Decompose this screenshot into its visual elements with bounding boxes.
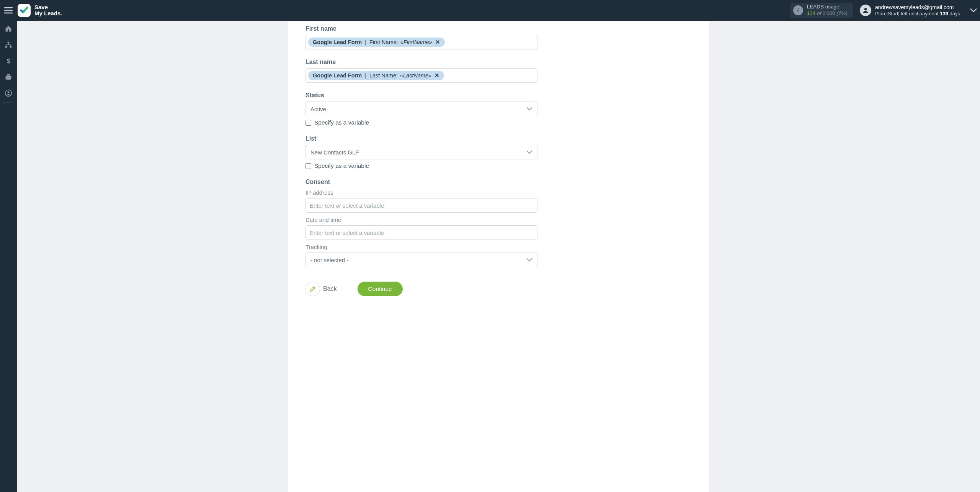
- label-list: List: [305, 135, 537, 142]
- leads-used: 134: [807, 10, 816, 16]
- leads-total: 2'000: [823, 10, 835, 16]
- svg-rect-8: [6, 76, 11, 80]
- leads-usage-box[interactable]: i LEADS usage: 134 of 2'000 (7%): [790, 3, 853, 18]
- sidebar-item-account[interactable]: [0, 85, 17, 101]
- brand-line2: My Leads.: [34, 10, 62, 16]
- token-first-name[interactable]: Google Lead Form | First Name: «FirstNam…: [308, 38, 445, 47]
- checkbox-status-variable[interactable]: [305, 120, 311, 126]
- input-first-name[interactable]: Google Lead Form | First Name: «FirstNam…: [305, 35, 537, 49]
- svg-rect-6: [10, 46, 11, 48]
- form-card: First name Google Lead Form | First Name…: [288, 21, 709, 492]
- leads-usage-title: LEADS usage:: [807, 4, 848, 10]
- user-plan: Plan |Start| left until payment 139 days: [875, 11, 960, 17]
- select-status[interactable]: Active: [305, 102, 537, 116]
- sidebar-item-home[interactable]: [0, 21, 17, 37]
- leads-of-word: of: [817, 10, 821, 16]
- label-status: Status: [305, 92, 537, 99]
- sitemap-icon: [5, 41, 12, 49]
- token-label: Last Name:: [369, 72, 398, 79]
- input-date-time-field[interactable]: [310, 230, 533, 236]
- label-tracking: Tracking: [305, 244, 537, 250]
- hamburger-menu-button[interactable]: [0, 0, 17, 21]
- input-ip-address[interactable]: [305, 198, 537, 213]
- checkbox-list-variable[interactable]: [305, 163, 311, 169]
- brand-text: Save My Leads.: [34, 4, 62, 16]
- label-last-name: Last name: [305, 59, 537, 66]
- token-remove-button[interactable]: ✕: [434, 72, 440, 79]
- svg-rect-9: [7, 74, 10, 75]
- svg-rect-1: [4, 10, 13, 11]
- token-remove-button[interactable]: ✕: [434, 39, 441, 45]
- user-menu-caret[interactable]: [967, 0, 980, 21]
- chevron-down-icon: [970, 8, 977, 13]
- token-value: «FirstName»: [400, 39, 432, 45]
- sidebar-item-connections[interactable]: [0, 37, 17, 53]
- select-list[interactable]: New Contacts GLF: [305, 145, 537, 159]
- user-plan-number: 139: [940, 11, 948, 16]
- token-source: Google Lead Form: [313, 39, 362, 45]
- back-button-label: Back: [323, 285, 337, 292]
- chevron-down-icon: [526, 150, 532, 154]
- svg-point-3: [864, 8, 867, 10]
- dollar-icon: $: [5, 57, 12, 65]
- user-menu[interactable]: andrewsavemyleads@gmail.com Plan |Start|…: [860, 4, 964, 16]
- user-circle-icon: [5, 89, 12, 97]
- token-value: «LastName»: [400, 72, 431, 79]
- svg-rect-0: [4, 7, 13, 8]
- briefcase-icon: [5, 73, 12, 81]
- select-tracking-value: - not selected -: [310, 257, 348, 263]
- label-first-name: First name: [305, 25, 537, 32]
- brand-logo[interactable]: Save My Leads.: [18, 4, 62, 17]
- sidebar-separator: [3, 102, 14, 103]
- sidebar-item-briefcase[interactable]: [0, 69, 17, 85]
- token-pipe: |: [365, 72, 366, 79]
- input-date-time[interactable]: [305, 225, 537, 240]
- logo-mark: [18, 4, 31, 17]
- pencil-icon: [305, 282, 320, 296]
- svg-rect-5: [5, 46, 7, 48]
- button-row: Back Continue: [305, 282, 537, 296]
- select-status-value: Active: [310, 106, 326, 112]
- main-stage: First name Google Lead Form | First Name…: [17, 21, 980, 492]
- svg-rect-2: [4, 13, 13, 14]
- select-tracking[interactable]: - not selected -: [305, 253, 537, 267]
- select-list-value: New Contacts GLF: [310, 149, 359, 156]
- checkmark-icon: [20, 6, 29, 15]
- topbar: Save My Leads. i LEADS usage: 134 of 2'0…: [0, 0, 980, 21]
- back-button[interactable]: Back: [305, 282, 337, 296]
- home-icon: [5, 25, 12, 33]
- token-pipe: |: [365, 39, 366, 45]
- token-label: First Name:: [369, 39, 398, 45]
- chevron-down-icon: [526, 257, 532, 262]
- brand-line1: Save: [34, 4, 62, 10]
- label-ip-address: IP-address: [305, 189, 537, 196]
- user-icon: [862, 7, 869, 14]
- checkbox-list-variable-label[interactable]: Specify as a variable: [314, 162, 369, 169]
- input-last-name[interactable]: Google Lead Form | Last Name: «LastName»…: [305, 68, 537, 83]
- checkbox-status-variable-label[interactable]: Specify as a variable: [314, 119, 369, 126]
- user-text: andrewsavemyleads@gmail.com Plan |Start|…: [875, 4, 960, 16]
- user-email: andrewsavemyleads@gmail.com: [875, 4, 960, 11]
- hamburger-icon: [4, 7, 13, 14]
- label-date-time: Date and time: [305, 216, 537, 223]
- user-plan-suffix: days: [948, 11, 960, 16]
- svg-rect-4: [8, 42, 10, 43]
- svg-text:$: $: [7, 57, 10, 65]
- chevron-down-icon: [526, 107, 532, 111]
- user-plan-prefix: Plan |Start| left until payment: [875, 11, 940, 16]
- token-source: Google Lead Form: [313, 72, 362, 79]
- sidebar-item-billing[interactable]: $: [0, 53, 17, 69]
- label-consent: Consent: [305, 179, 537, 185]
- avatar: [860, 5, 871, 16]
- leads-pct: (7%): [836, 10, 848, 16]
- continue-button[interactable]: Continue: [358, 282, 403, 296]
- side-rail: $: [0, 21, 17, 492]
- input-ip-address-field[interactable]: [310, 202, 533, 209]
- token-last-name[interactable]: Google Lead Form | Last Name: «LastName»…: [308, 71, 444, 80]
- leads-usage-text: LEADS usage: 134 of 2'000 (7%): [807, 4, 848, 17]
- svg-point-11: [8, 91, 10, 93]
- info-icon: i: [793, 5, 803, 15]
